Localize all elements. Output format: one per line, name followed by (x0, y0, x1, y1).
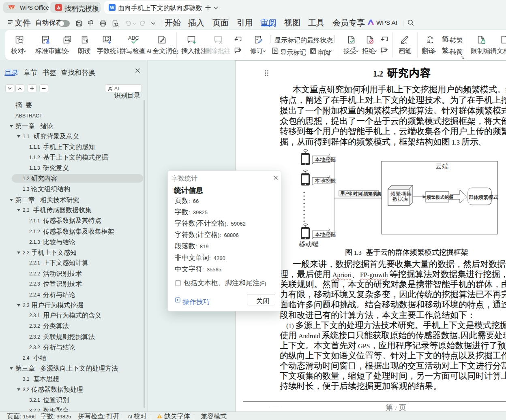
svg-text:A: A (431, 36, 433, 40)
svg-text:12: 12 (104, 36, 110, 42)
svg-text:ABC: ABC (128, 35, 139, 41)
svg-text:W: W (110, 5, 114, 10)
